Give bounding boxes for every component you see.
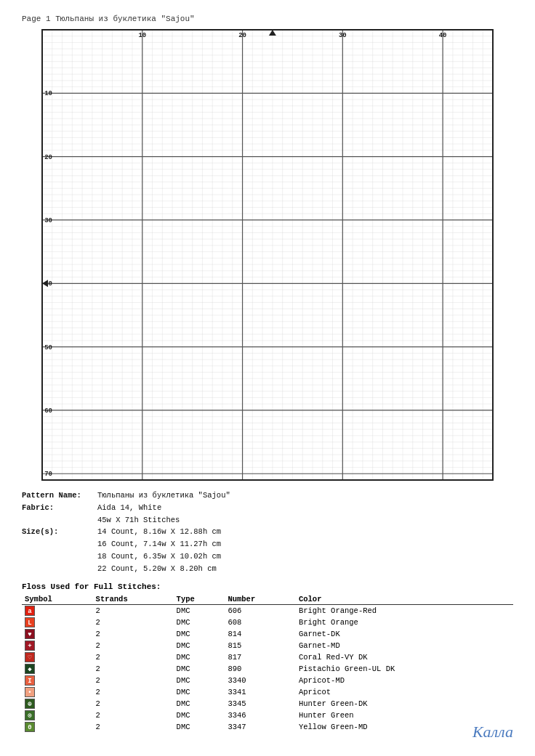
stitches-value: 45w X 71h Stitches (97, 514, 513, 527)
floss-section: Floss Used for Full Stitches: SymbolStra… (22, 582, 513, 733)
floss-color: Bright Orange (296, 617, 513, 628)
floss-title: Floss Used for Full Stitches: (22, 582, 513, 591)
floss-col-header: Color (296, 594, 513, 605)
floss-row: ♡2DMC817Coral Red-VY DK (22, 651, 513, 663)
floss-row: 02DMC3347Yellow Green-MD (22, 721, 513, 733)
floss-color: Hunter Green (296, 710, 513, 721)
floss-type: DMC (174, 628, 225, 640)
floss-strands: 2 (93, 663, 174, 675)
floss-number: 890 (225, 663, 296, 675)
floss-number: 3345 (225, 698, 296, 710)
floss-symbol: ⊕ (22, 698, 93, 710)
floss-color: Apricot-MD (296, 675, 513, 686)
floss-row: a2DMC606Bright Orange-Red (22, 604, 513, 617)
floss-symbol: • (22, 686, 93, 698)
floss-color: Hunter Green-DK (296, 698, 513, 710)
floss-type: DMC (174, 675, 225, 686)
floss-color: Apricot (296, 686, 513, 698)
floss-color: Bright Orange-Red (296, 604, 513, 617)
floss-symbol: ♡ (22, 651, 93, 663)
floss-strands: 2 (93, 628, 174, 640)
floss-strands: 2 (93, 686, 174, 698)
floss-number: 3346 (225, 710, 296, 721)
floss-number: 3340 (225, 675, 296, 686)
floss-strands: 2 (93, 651, 174, 663)
floss-header-row: SymbolStrandsTypeNumberColor (22, 594, 513, 605)
floss-row: ◆2DMC890Pistachio Green-UL DK (22, 663, 513, 675)
floss-row: ⊕2DMC3345Hunter Green-DK (22, 698, 513, 710)
floss-strands: 2 (93, 675, 174, 686)
fabric-label: Fabric: (22, 502, 94, 514)
sizes-label: Size(s): (22, 526, 94, 574)
floss-number: 608 (225, 617, 296, 628)
floss-row: L2DMC608Bright Orange (22, 617, 513, 628)
floss-col-header: Symbol (22, 594, 93, 605)
floss-type: DMC (174, 640, 225, 651)
floss-symbol: I (22, 675, 93, 686)
pattern-info: Pattern Name: Тюльпаны из буклетика "Saj… (22, 489, 513, 575)
floss-symbol: ◆ (22, 663, 93, 675)
floss-type: DMC (174, 617, 225, 628)
floss-symbol: + (22, 640, 93, 651)
floss-number: 817 (225, 651, 296, 663)
floss-symbol: a (22, 604, 93, 617)
floss-symbol: 0 (22, 721, 93, 733)
floss-strands: 2 (93, 617, 174, 628)
floss-strands: 2 (93, 710, 174, 721)
chart-container (22, 29, 513, 481)
floss-row: I2DMC3340Apricot-MD (22, 675, 513, 686)
floss-color: Coral Red-VY DK (296, 651, 513, 663)
floss-symbol: L (22, 617, 93, 628)
floss-type: DMC (174, 651, 225, 663)
floss-row: •2DMC3341Apricot (22, 686, 513, 698)
floss-strands: 2 (93, 721, 174, 733)
floss-color: Garnet-DK (296, 628, 513, 640)
floss-row: +2DMC815Garnet-MD (22, 640, 513, 651)
floss-type: DMC (174, 710, 225, 721)
floss-row: ⊙2DMC3346Hunter Green (22, 710, 513, 721)
floss-number: 815 (225, 640, 296, 651)
floss-type: DMC (174, 686, 225, 698)
floss-color: Pistachio Green-UL DK (296, 663, 513, 675)
floss-type: DMC (174, 663, 225, 675)
floss-col-header: Type (174, 594, 225, 605)
floss-type: DMC (174, 604, 225, 617)
pattern-name-label: Pattern Name: (22, 489, 94, 502)
floss-number: 606 (225, 604, 296, 617)
pattern-name-value: Тюльпаны из буклетика "Sajou" (97, 489, 513, 502)
floss-strands: 2 (93, 698, 174, 710)
floss-color: Garnet-MD (296, 640, 513, 651)
page-header: Page 1 Тюльпаны из буклетика "Sajou" (22, 15, 513, 23)
floss-strands: 2 (93, 604, 174, 617)
sizes-value: 14 Count, 8.16w X 12.88h cm16 Count, 7.1… (97, 526, 513, 574)
floss-body: a2DMC606Bright Orange-RedL2DMC608Bright … (22, 604, 513, 733)
floss-strands: 2 (93, 640, 174, 651)
floss-number: 3341 (225, 686, 296, 698)
stitches-label (22, 514, 94, 527)
floss-type: DMC (174, 698, 225, 710)
floss-symbol: ⊙ (22, 710, 93, 721)
signature: Калла (472, 723, 513, 741)
fabric-value: Aida 14, White (97, 502, 513, 514)
floss-col-header: Strands (93, 594, 174, 605)
floss-symbol: ♥ (22, 628, 93, 640)
floss-col-header: Number (225, 594, 296, 605)
floss-number: 814 (225, 628, 296, 640)
floss-type: DMC (174, 721, 225, 733)
floss-number: 3347 (225, 721, 296, 733)
floss-table: SymbolStrandsTypeNumberColor a2DMC606Bri… (22, 594, 513, 733)
floss-row: ♥2DMC814Garnet-DK (22, 628, 513, 640)
